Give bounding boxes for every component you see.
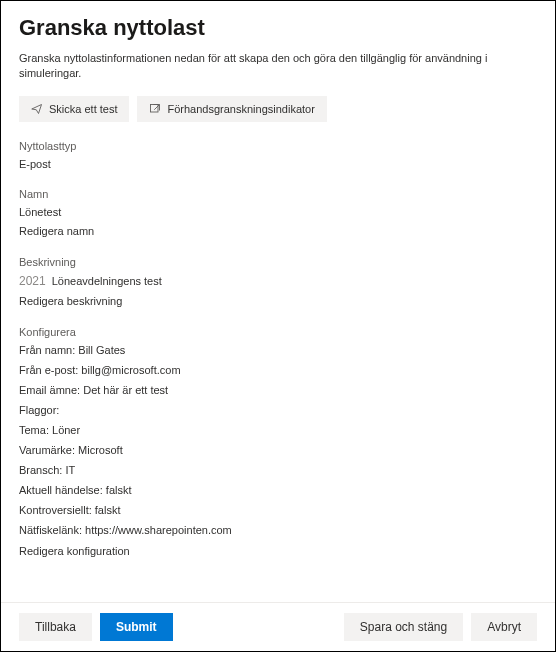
edit-description-link[interactable]: Redigera beskrivning [19, 295, 122, 307]
send-icon [31, 103, 43, 115]
main-content: Granska nyttolast Granska nyttolastinfor… [1, 1, 555, 602]
config-controversial: Kontroversiellt: falskt [19, 504, 537, 516]
name-value: Lönetest [19, 206, 537, 218]
preview-indicator-button[interactable]: Förhandsgranskningsindikator [137, 96, 326, 122]
payload-type-label: Nyttolasttyp [19, 140, 537, 152]
description-text: Löneavdelningens test [52, 275, 162, 287]
description-section: Beskrivning 2021 Löneavdelningens test R… [19, 256, 537, 308]
svg-rect-0 [151, 104, 159, 112]
config-from-name: Från namn: Bill Gates [19, 344, 537, 356]
action-row: Skicka ett test Förhandsgranskningsindik… [19, 96, 537, 122]
config-brand: Varumärke: Microsoft [19, 444, 537, 456]
preview-indicator-label: Förhandsgranskningsindikator [167, 103, 314, 115]
name-section: Namn Lönetest Redigera namn [19, 188, 537, 238]
page-title: Granska nyttolast [19, 15, 537, 41]
config-industry: Bransch: IT [19, 464, 537, 476]
open-icon [149, 103, 161, 115]
configure-label: Konfigurera [19, 326, 537, 338]
description-label: Beskrivning [19, 256, 537, 268]
edit-configuration-link[interactable]: Redigera konfiguration [19, 545, 130, 557]
payload-type-section: Nyttolasttyp E-post [19, 140, 537, 170]
send-test-label: Skicka ett test [49, 103, 117, 115]
config-theme: Tema: Löner [19, 424, 537, 436]
page-subtitle: Granska nyttolastinformationen nedan för… [19, 51, 537, 82]
name-label: Namn [19, 188, 537, 200]
config-flags: Flaggor: [19, 404, 537, 416]
footer: Tillbaka Submit Spara och stäng Avbryt [1, 602, 555, 651]
submit-button[interactable]: Submit [100, 613, 173, 641]
send-test-button[interactable]: Skicka ett test [19, 96, 129, 122]
description-year: 2021 [19, 274, 46, 288]
config-current-event: Aktuell händelse: falskt [19, 484, 537, 496]
save-close-button[interactable]: Spara och stäng [344, 613, 463, 641]
cancel-button[interactable]: Avbryt [471, 613, 537, 641]
back-button[interactable]: Tillbaka [19, 613, 92, 641]
config-phishing-link: Nätfiskelänk: https://www.sharepointen.c… [19, 524, 537, 536]
config-email-subject: Email ämne: Det här är ett test [19, 384, 537, 396]
config-from-email: Från e-post: billg@microsoft.com [19, 364, 537, 376]
payload-type-value: E-post [19, 158, 537, 170]
edit-name-link[interactable]: Redigera namn [19, 225, 94, 237]
configure-section: Konfigurera Från namn: Bill Gates Från e… [19, 326, 537, 558]
